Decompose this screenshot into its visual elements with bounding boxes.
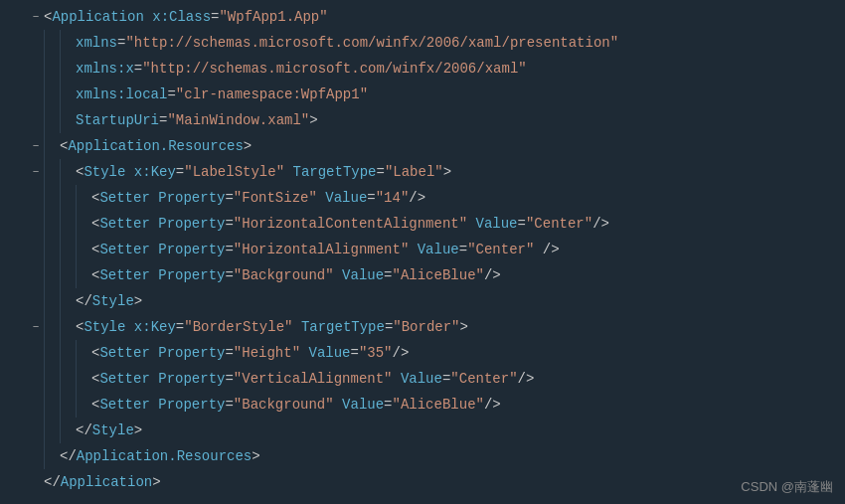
token-equals: =: [134, 61, 142, 77]
collapse-button: [28, 293, 44, 309]
code-line: <Setter Property="HorizontalContentAlign…: [0, 211, 845, 237]
code-editor: −<Application x:Class="WpfApp1.App"xmlns…: [0, 0, 845, 504]
indent-guide: [60, 82, 76, 107]
collapse-button: [28, 267, 44, 283]
collapse-button: [28, 35, 44, 51]
token-attr-name: Property: [158, 345, 225, 361]
token-text-white: [144, 9, 152, 25]
token-tag: Style: [92, 422, 134, 438]
token-equals: =: [384, 267, 392, 283]
token-attr-value: "Height": [234, 345, 300, 361]
token-equals: =: [377, 164, 385, 180]
token-equals: =: [384, 397, 392, 413]
token-equals: =: [225, 216, 233, 232]
indent-guide: [44, 237, 60, 262]
indent-guide: [76, 392, 91, 418]
code-line: StartupUri="MainWindow.xaml">: [0, 107, 845, 133]
indent-guide: [76, 237, 91, 262]
token-attr-name: Property: [158, 216, 225, 232]
token-attr-name: x:Class: [152, 9, 211, 25]
token-equals: =: [518, 216, 526, 232]
token-attr-value: "Background": [234, 267, 334, 283]
watermark: CSDN @南蓬幽: [741, 478, 833, 496]
code-content: </Style>: [76, 422, 142, 438]
code-line: </Application.Resources>: [0, 443, 845, 469]
collapse-button: [28, 474, 44, 490]
code-content: <Setter Property="Height" Value="35"/>: [91, 345, 409, 361]
indent-guide: [76, 340, 91, 366]
token-attr-name: xmlns:local: [76, 86, 167, 102]
collapse-button: [28, 216, 44, 232]
token-equals: =: [367, 190, 375, 206]
code-content: <Application.Resources>: [60, 138, 252, 154]
token-slash: />: [592, 216, 609, 232]
token-bracket: >: [244, 138, 252, 154]
token-text-white: [393, 371, 401, 387]
token-attr-name: Value: [342, 397, 384, 413]
token-attr-value: "35": [359, 345, 393, 361]
token-text-white: [292, 319, 300, 335]
collapse-button[interactable]: −: [28, 138, 44, 154]
indent-guide: [60, 366, 76, 392]
indent-guide: [44, 159, 60, 185]
code-line: <Setter Property="VerticalAlignment" Val…: [0, 366, 845, 392]
token-text-white: [534, 242, 542, 257]
token-attr-value: "HorizontalAlignment": [234, 242, 409, 257]
token-attr-value: "Border": [393, 319, 459, 335]
indent-guide: [60, 288, 76, 314]
token-tag: Application: [61, 474, 152, 490]
indent-guide: [44, 443, 60, 469]
code-content: <Setter Property="FontSize" Value="14"/>: [91, 190, 425, 206]
token-text-white: [150, 242, 158, 257]
indent-guide: [44, 288, 60, 314]
token-text-white: [150, 267, 158, 283]
token-attr-name: Property: [158, 242, 225, 257]
token-text-white: [150, 190, 158, 206]
token-attr-value: "FontSize": [234, 190, 317, 206]
code-line: −<Style x:Key="BorderStyle" TargetType="…: [0, 314, 845, 340]
token-text-white: [125, 164, 133, 180]
collapse-button[interactable]: −: [28, 319, 44, 335]
token-equals: =: [225, 267, 233, 283]
indent-guide: [44, 133, 60, 159]
token-equals: =: [225, 397, 233, 413]
token-attr-value: "AliceBlue": [393, 267, 484, 283]
token-text-white: [150, 216, 158, 232]
code-line: </Style>: [0, 288, 845, 314]
collapse-button: [28, 345, 44, 361]
code-line: </Style>: [0, 418, 845, 443]
collapse-button[interactable]: −: [28, 9, 44, 25]
token-attr-value: "Center": [450, 371, 517, 387]
token-attr-name: TargetType: [292, 164, 376, 180]
indent-guide: [60, 237, 76, 262]
indent-guide: [60, 392, 76, 418]
token-attr-name: Property: [158, 267, 225, 283]
token-attr-value: "AliceBlue": [393, 397, 484, 413]
indent-guide: [44, 185, 60, 211]
code-content: <Application x:Class="WpfApp1.App": [44, 9, 328, 25]
code-line: xmlns="http://schemas.microsoft.com/winf…: [0, 30, 845, 56]
code-line: <Setter Property="Background" Value="Ali…: [0, 262, 845, 288]
token-attr-name: x:Key: [134, 164, 176, 180]
token-text-white: [334, 397, 342, 413]
collapse-button[interactable]: −: [28, 164, 44, 180]
token-equals: =: [225, 371, 233, 387]
token-attr-name: StartupUri: [76, 112, 159, 128]
code-content: <Setter Property="Background" Value="Ali…: [91, 397, 501, 413]
collapse-button: [28, 242, 44, 257]
collapse-button: [28, 397, 44, 413]
token-slash: />: [409, 190, 425, 206]
indent-guide: [60, 185, 76, 211]
token-attr-value: "Label": [385, 164, 443, 180]
token-tag: Setter: [99, 190, 149, 206]
token-bracket: >: [252, 448, 259, 464]
token-text-white: [409, 242, 417, 257]
token-tag: Setter: [99, 397, 149, 413]
token-slash: />: [484, 397, 501, 413]
code-content: </Application.Resources>: [60, 448, 260, 464]
token-bracket: </: [76, 422, 92, 438]
token-attr-value: "WpfApp1.App": [219, 9, 327, 25]
indent-guide: [60, 159, 76, 185]
token-bracket: >: [443, 164, 451, 180]
code-content: xmlns:x="http://schemas.microsoft.com/wi…: [76, 61, 527, 77]
